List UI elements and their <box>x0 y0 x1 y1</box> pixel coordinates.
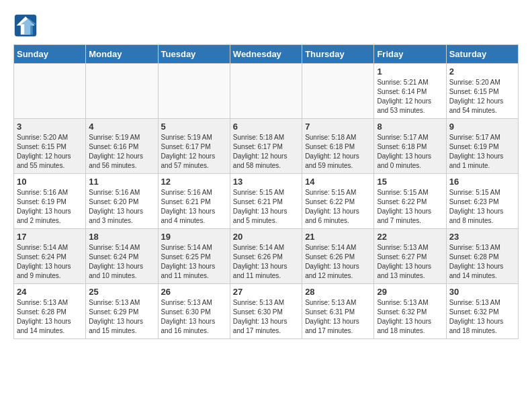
day-info: Sunrise: 5:14 AM Sunset: 6:26 PM Dayligh… <box>233 243 299 281</box>
day-number: 4 <box>89 122 154 132</box>
calendar-cell: 7Sunrise: 5:18 AM Sunset: 6:18 PM Daylig… <box>302 119 374 174</box>
calendar-cell: 27Sunrise: 5:13 AM Sunset: 6:30 PM Dayli… <box>230 284 302 339</box>
calendar-cell: 4Sunrise: 5:19 AM Sunset: 6:16 PM Daylig… <box>86 119 158 174</box>
day-number: 13 <box>233 177 299 187</box>
calendar-cell <box>158 64 230 119</box>
day-number: 12 <box>161 177 227 187</box>
day-info: Sunrise: 5:18 AM Sunset: 6:18 PM Dayligh… <box>305 133 371 171</box>
day-info: Sunrise: 5:13 AM Sunset: 6:30 PM Dayligh… <box>161 298 227 336</box>
logo-icon <box>13 13 38 38</box>
day-header-saturday: Saturday <box>446 45 518 64</box>
calendar-cell <box>302 64 374 119</box>
day-info: Sunrise: 5:20 AM Sunset: 6:15 PM Dayligh… <box>17 133 83 171</box>
day-info: Sunrise: 5:13 AM Sunset: 6:27 PM Dayligh… <box>377 243 443 281</box>
calendar-cell: 25Sunrise: 5:13 AM Sunset: 6:29 PM Dayli… <box>86 284 158 339</box>
day-header-sunday: Sunday <box>14 45 86 64</box>
calendar-cell: 10Sunrise: 5:16 AM Sunset: 6:19 PM Dayli… <box>14 174 86 229</box>
calendar-cell: 13Sunrise: 5:15 AM Sunset: 6:21 PM Dayli… <box>230 174 302 229</box>
day-number: 17 <box>17 232 83 242</box>
logo <box>13 13 42 38</box>
day-info: Sunrise: 5:14 AM Sunset: 6:25 PM Dayligh… <box>161 243 227 281</box>
calendar-cell: 28Sunrise: 5:13 AM Sunset: 6:31 PM Dayli… <box>302 284 374 339</box>
calendar-cell: 23Sunrise: 5:13 AM Sunset: 6:28 PM Dayli… <box>446 229 518 284</box>
day-number: 7 <box>305 122 371 132</box>
calendar-cell: 30Sunrise: 5:13 AM Sunset: 6:32 PM Dayli… <box>446 284 518 339</box>
calendar-cell <box>230 64 302 119</box>
day-header-tuesday: Tuesday <box>158 45 230 64</box>
calendar-cell: 1Sunrise: 5:21 AM Sunset: 6:14 PM Daylig… <box>374 64 446 119</box>
day-info: Sunrise: 5:15 AM Sunset: 6:22 PM Dayligh… <box>377 188 443 226</box>
day-number: 20 <box>233 232 299 242</box>
day-number: 25 <box>89 287 154 297</box>
calendar-cell: 20Sunrise: 5:14 AM Sunset: 6:26 PM Dayli… <box>230 229 302 284</box>
day-info: Sunrise: 5:13 AM Sunset: 6:28 PM Dayligh… <box>449 243 515 281</box>
day-number: 2 <box>449 66 515 77</box>
day-info: Sunrise: 5:20 AM Sunset: 6:15 PM Dayligh… <box>449 78 515 116</box>
day-number: 21 <box>305 232 371 242</box>
day-info: Sunrise: 5:14 AM Sunset: 6:24 PM Dayligh… <box>17 243 83 281</box>
calendar-cell: 18Sunrise: 5:14 AM Sunset: 6:24 PM Dayli… <box>86 229 158 284</box>
day-info: Sunrise: 5:15 AM Sunset: 6:21 PM Dayligh… <box>233 188 299 226</box>
day-info: Sunrise: 5:13 AM Sunset: 6:32 PM Dayligh… <box>449 298 515 336</box>
day-info: Sunrise: 5:16 AM Sunset: 6:19 PM Dayligh… <box>17 188 83 226</box>
calendar-cell: 12Sunrise: 5:16 AM Sunset: 6:21 PM Dayli… <box>158 174 230 229</box>
day-header-wednesday: Wednesday <box>230 45 302 64</box>
day-info: Sunrise: 5:17 AM Sunset: 6:18 PM Dayligh… <box>377 133 443 171</box>
day-number: 9 <box>449 122 515 132</box>
day-number: 18 <box>89 232 154 242</box>
calendar-cell <box>14 64 86 119</box>
week-row-2: 3Sunrise: 5:20 AM Sunset: 6:15 PM Daylig… <box>14 119 519 174</box>
day-header-friday: Friday <box>374 45 446 64</box>
week-row-1: 1Sunrise: 5:21 AM Sunset: 6:14 PM Daylig… <box>14 64 519 119</box>
day-info: Sunrise: 5:14 AM Sunset: 6:26 PM Dayligh… <box>305 243 371 281</box>
day-number: 14 <box>305 177 371 187</box>
day-number: 6 <box>233 122 299 132</box>
day-number: 23 <box>449 232 515 242</box>
calendar-cell: 9Sunrise: 5:17 AM Sunset: 6:19 PM Daylig… <box>446 119 518 174</box>
day-number: 26 <box>161 287 227 297</box>
calendar-cell <box>86 64 158 119</box>
week-row-5: 24Sunrise: 5:13 AM Sunset: 6:28 PM Dayli… <box>14 284 519 339</box>
day-info: Sunrise: 5:16 AM Sunset: 6:21 PM Dayligh… <box>161 188 227 226</box>
day-number: 11 <box>89 177 154 187</box>
day-info: Sunrise: 5:16 AM Sunset: 6:20 PM Dayligh… <box>89 188 154 226</box>
calendar-cell: 3Sunrise: 5:20 AM Sunset: 6:15 PM Daylig… <box>14 119 86 174</box>
calendar-cell: 2Sunrise: 5:20 AM Sunset: 6:15 PM Daylig… <box>446 64 518 119</box>
day-info: Sunrise: 5:13 AM Sunset: 6:32 PM Dayligh… <box>377 298 443 336</box>
day-info: Sunrise: 5:18 AM Sunset: 6:17 PM Dayligh… <box>233 133 299 171</box>
day-info: Sunrise: 5:13 AM Sunset: 6:28 PM Dayligh… <box>17 298 83 336</box>
day-number: 5 <box>161 122 227 132</box>
day-number: 15 <box>377 177 443 187</box>
header-row: SundayMondayTuesdayWednesdayThursdayFrid… <box>14 45 519 64</box>
day-number: 28 <box>305 287 371 297</box>
day-info: Sunrise: 5:13 AM Sunset: 6:31 PM Dayligh… <box>305 298 371 336</box>
calendar-cell: 22Sunrise: 5:13 AM Sunset: 6:27 PM Dayli… <box>374 229 446 284</box>
day-header-thursday: Thursday <box>302 45 374 64</box>
day-header-monday: Monday <box>86 45 158 64</box>
day-info: Sunrise: 5:13 AM Sunset: 6:29 PM Dayligh… <box>89 298 154 336</box>
calendar-cell: 16Sunrise: 5:15 AM Sunset: 6:23 PM Dayli… <box>446 174 518 229</box>
day-number: 24 <box>17 287 83 297</box>
day-number: 1 <box>377 66 443 77</box>
calendar-cell: 14Sunrise: 5:15 AM Sunset: 6:22 PM Dayli… <box>302 174 374 229</box>
day-info: Sunrise: 5:15 AM Sunset: 6:23 PM Dayligh… <box>449 188 515 226</box>
calendar-cell: 21Sunrise: 5:14 AM Sunset: 6:26 PM Dayli… <box>302 229 374 284</box>
day-number: 19 <box>161 232 227 242</box>
week-row-3: 10Sunrise: 5:16 AM Sunset: 6:19 PM Dayli… <box>14 174 519 229</box>
calendar-cell: 29Sunrise: 5:13 AM Sunset: 6:32 PM Dayli… <box>374 284 446 339</box>
calendar-cell: 24Sunrise: 5:13 AM Sunset: 6:28 PM Dayli… <box>14 284 86 339</box>
day-info: Sunrise: 5:13 AM Sunset: 6:30 PM Dayligh… <box>233 298 299 336</box>
page-header <box>13 13 519 38</box>
calendar-cell: 6Sunrise: 5:18 AM Sunset: 6:17 PM Daylig… <box>230 119 302 174</box>
day-info: Sunrise: 5:19 AM Sunset: 6:16 PM Dayligh… <box>89 133 154 171</box>
day-info: Sunrise: 5:14 AM Sunset: 6:24 PM Dayligh… <box>89 243 154 281</box>
calendar-cell: 26Sunrise: 5:13 AM Sunset: 6:30 PM Dayli… <box>158 284 230 339</box>
calendar-cell: 19Sunrise: 5:14 AM Sunset: 6:25 PM Dayli… <box>158 229 230 284</box>
day-number: 16 <box>449 177 515 187</box>
day-number: 30 <box>449 287 515 297</box>
day-info: Sunrise: 5:19 AM Sunset: 6:17 PM Dayligh… <box>161 133 227 171</box>
calendar-table: SundayMondayTuesdayWednesdayThursdayFrid… <box>13 44 519 339</box>
calendar-cell: 11Sunrise: 5:16 AM Sunset: 6:20 PM Dayli… <box>86 174 158 229</box>
calendar-cell: 5Sunrise: 5:19 AM Sunset: 6:17 PM Daylig… <box>158 119 230 174</box>
day-number: 22 <box>377 232 443 242</box>
